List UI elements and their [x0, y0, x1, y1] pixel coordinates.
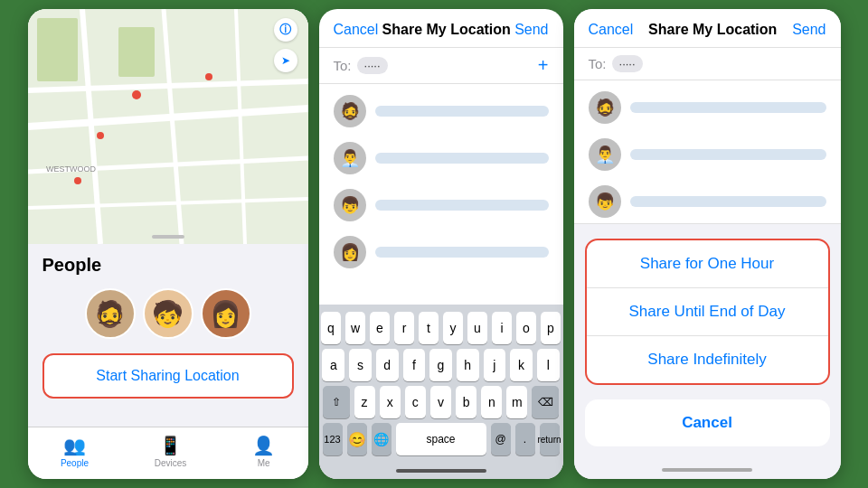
contact-row-3-3: 👦 — [574, 178, 841, 224]
svg-point-11 — [132, 90, 141, 99]
people-title: People — [42, 255, 294, 276]
start-sharing-button[interactable]: Start Sharing Location — [42, 353, 294, 399]
avatar-1: 🧔 — [85, 288, 136, 339]
to-label-2: To: — [334, 58, 352, 73]
key-s[interactable]: s — [349, 349, 372, 381]
contacts-list-3: 🧔 👨‍💼 👦 👩 — [574, 80, 841, 224]
contact-row-4: 👩 — [319, 229, 563, 276]
key-z[interactable]: z — [354, 386, 375, 418]
key-t[interactable]: t — [419, 312, 439, 344]
key-m[interactable]: m — [506, 386, 527, 418]
send-button-3[interactable]: Send — [792, 22, 826, 38]
share-end-of-day-option[interactable]: Share Until End of Day — [587, 288, 828, 336]
key-v[interactable]: v — [430, 386, 451, 418]
home-indicator-2 — [319, 463, 563, 479]
key-at[interactable]: @ — [491, 423, 511, 455]
key-globe[interactable]: 🌐 — [372, 423, 392, 455]
add-contact-button[interactable]: + — [538, 55, 549, 76]
key-r[interactable]: r — [394, 312, 414, 344]
key-k[interactable]: k — [510, 349, 533, 381]
send-button-2[interactable]: Send — [514, 22, 548, 38]
key-p[interactable]: p — [541, 312, 561, 344]
key-d[interactable]: d — [376, 349, 399, 381]
key-shift[interactable]: ⇧ — [323, 386, 350, 418]
contact-avatar-1: 🧔 — [334, 95, 366, 127]
svg-rect-9 — [118, 27, 155, 77]
key-o[interactable]: o — [516, 312, 536, 344]
share-one-hour-option[interactable]: Share for One Hour — [587, 240, 828, 288]
keyboard-row-3: ⇧ z x c v b n m ⌫ — [323, 386, 560, 418]
key-x[interactable]: x — [380, 386, 401, 418]
key-q[interactable]: q — [321, 312, 341, 344]
key-y[interactable]: y — [443, 312, 463, 344]
svg-point-14 — [74, 177, 81, 184]
cancel-button-3[interactable]: Cancel — [589, 22, 634, 38]
share-indefinitely-option[interactable]: Share Indefinitely — [587, 336, 828, 383]
key-delete[interactable]: ⌫ — [532, 386, 559, 418]
key-b[interactable]: b — [456, 386, 476, 418]
key-e[interactable]: e — [370, 312, 390, 344]
to-row-2: To: ····· + — [319, 48, 563, 84]
key-n[interactable]: n — [481, 386, 502, 418]
key-c[interactable]: c — [405, 386, 426, 418]
key-a[interactable]: a — [322, 349, 344, 381]
tab-people[interactable]: 👥 People — [61, 435, 89, 468]
contact-row-3: 👦 — [319, 182, 563, 229]
home-indicator-3 — [574, 461, 841, 479]
key-l[interactable]: l — [537, 349, 560, 381]
svg-rect-8 — [37, 18, 78, 81]
screen-findmy: WESTWOOD ⓘ ➤ People 🧔 🧒 👩 Start Sharing … — [28, 9, 308, 479]
contact-avatar-3: 👦 — [334, 189, 366, 221]
me-tab-icon: 👤 — [252, 435, 275, 456]
key-w[interactable]: w — [345, 312, 365, 344]
avatar-2: 🧒 — [143, 288, 193, 339]
contacts-list-2: 🧔 👨‍💼 👦 👩 — [319, 84, 563, 305]
key-emoji[interactable]: 😊 — [347, 423, 367, 455]
keyboard-row-4: 123 😊 🌐 space @ . return — [323, 423, 560, 455]
key-return[interactable]: return — [540, 423, 560, 455]
key-num[interactable]: 123 — [323, 423, 343, 455]
share-options-box: Share for One Hour Share Until End of Da… — [585, 239, 830, 385]
avatar-3: 👩 — [201, 288, 251, 339]
key-j[interactable]: j — [484, 349, 506, 381]
key-period[interactable]: . — [515, 423, 535, 455]
people-section: People 🧔 🧒 👩 Start Sharing Location — [28, 244, 308, 427]
svg-text:WESTWOOD: WESTWOOD — [46, 164, 96, 174]
contact-row-3-2: 👨‍💼 — [574, 131, 841, 178]
map-navigation-button[interactable]: ➤ — [274, 49, 297, 72]
contact-name-blur-2 — [375, 153, 549, 164]
bottom-tab-bar: 👥 People 📱 Devices 👤 Me — [28, 427, 308, 479]
map-area: WESTWOOD ⓘ ➤ — [28, 9, 308, 244]
key-g[interactable]: g — [429, 349, 452, 381]
keyboard-row-1: q w e r t y u i o p — [323, 312, 560, 344]
contact-name-blur-3-2 — [630, 149, 826, 160]
tab-devices[interactable]: 📱 Devices — [155, 435, 187, 468]
contact-avatar-2: 👨‍💼 — [334, 142, 366, 174]
key-f[interactable]: f — [403, 349, 426, 381]
contact-row-2: 👨‍💼 — [319, 135, 563, 182]
map-drag-handle — [152, 235, 184, 239]
screen-share-duration: Cancel Share My Location Send To: ····· … — [574, 9, 841, 479]
tab-me[interactable]: 👤 Me — [252, 435, 275, 468]
share-cancel-button[interactable]: Cancel — [585, 399, 830, 446]
cancel-button-2[interactable]: Cancel — [334, 22, 379, 38]
me-tab-label: Me — [258, 458, 270, 468]
contact-name-blur-3-3 — [630, 196, 826, 207]
svg-point-13 — [205, 73, 212, 80]
key-space[interactable]: space — [396, 423, 486, 455]
contact-avatar-3-2: 👨‍💼 — [589, 138, 621, 171]
modal-title-3: Share My Location — [648, 22, 777, 38]
to-tag: ····· — [357, 57, 388, 74]
devices-tab-label: Devices — [155, 458, 187, 468]
contact-row-3-1: 🧔 — [574, 84, 841, 131]
people-tab-label: People — [61, 458, 89, 468]
key-h[interactable]: h — [457, 349, 479, 381]
key-i[interactable]: i — [492, 312, 512, 344]
contact-avatar-3-3: 👦 — [589, 185, 621, 218]
keyboard-row-2: a s d f g h j k l — [323, 349, 560, 381]
key-u[interactable]: u — [467, 312, 487, 344]
home-bar-2 — [396, 469, 486, 473]
people-tab-icon: 👥 — [63, 435, 86, 456]
screens-container: WESTWOOD ⓘ ➤ People 🧔 🧒 👩 Start Sharing … — [0, 0, 868, 488]
map-info-button[interactable]: ⓘ — [274, 18, 297, 42]
